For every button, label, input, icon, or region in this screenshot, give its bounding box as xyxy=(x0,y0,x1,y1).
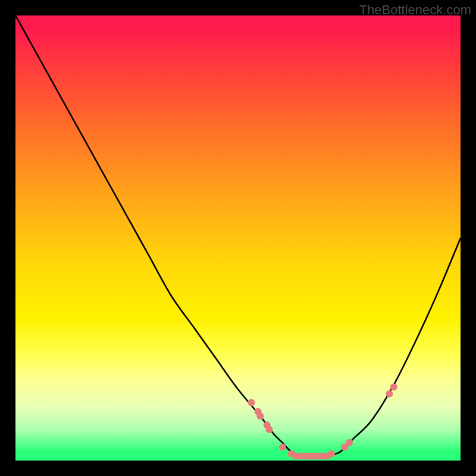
scatter-dot xyxy=(386,390,393,397)
scatter-dot xyxy=(256,412,264,419)
chart-container: TheBottleneck.com xyxy=(0,0,476,476)
scatter-dot xyxy=(346,439,353,446)
scatter-dot xyxy=(328,450,335,458)
plot-area xyxy=(15,15,461,461)
scatter-dot xyxy=(390,384,397,391)
dots-svg xyxy=(15,15,461,461)
scatter-dot xyxy=(265,426,273,433)
scatter-dot xyxy=(248,399,255,406)
watermark-text: TheBottleneck.com xyxy=(359,2,471,18)
scatter-dot xyxy=(279,444,286,451)
scatter-points xyxy=(248,384,397,460)
